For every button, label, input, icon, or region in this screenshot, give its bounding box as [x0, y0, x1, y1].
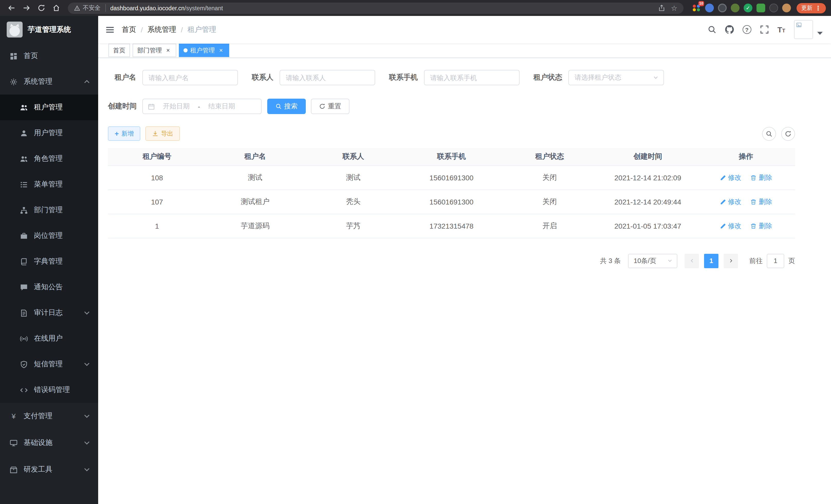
- table-toolbar: + 新增 导出: [108, 126, 795, 141]
- sidebar-collapse-icon[interactable]: [98, 25, 122, 34]
- header-search-icon[interactable]: [708, 25, 716, 34]
- fullscreen-icon[interactable]: [760, 25, 769, 34]
- chevron-right-icon: [728, 258, 734, 264]
- sidebar-item-label: 租户管理: [34, 103, 63, 112]
- security-label: 不安全: [83, 4, 101, 12]
- extension-blue-icon[interactable]: [705, 4, 714, 12]
- contact-input[interactable]: [280, 70, 375, 85]
- breadcrumb-home[interactable]: 首页: [122, 25, 136, 34]
- sidebar-item-role-management[interactable]: 角色管理: [0, 146, 98, 172]
- cell-phone: 17321315478: [402, 214, 500, 238]
- phone-label: 联系手机: [389, 73, 418, 82]
- sidebar-item-label: 支付管理: [24, 412, 52, 421]
- cell-status: 关闭: [500, 166, 599, 189]
- refresh-table-button[interactable]: [781, 127, 795, 141]
- help-icon[interactable]: ?: [742, 25, 751, 34]
- browser-menu-icon[interactable]: ⋮: [815, 4, 821, 11]
- share-icon[interactable]: [659, 5, 665, 11]
- extension-dots-icon[interactable]: 10: [692, 4, 701, 12]
- sidebar-item-post-management[interactable]: 岗位管理: [0, 223, 98, 249]
- bookmark-star-icon[interactable]: ☆: [671, 4, 677, 11]
- sidebar-item-error-code-management[interactable]: 错误码管理: [0, 377, 98, 403]
- back-icon[interactable]: [5, 2, 18, 14]
- sidebar-item-menu-management[interactable]: 菜单管理: [0, 172, 98, 197]
- prev-page-button[interactable]: [685, 254, 699, 268]
- page-number-1[interactable]: 1: [704, 254, 718, 268]
- phone-input[interactable]: [424, 70, 520, 85]
- edit-link[interactable]: 修改: [720, 173, 741, 182]
- security-indicator[interactable]: 不安全: [74, 4, 106, 12]
- extension-puzzle-icon[interactable]: [769, 4, 778, 12]
- github-icon[interactable]: [725, 25, 734, 34]
- font-size-icon[interactable]: TT: [777, 26, 785, 33]
- pagination-total: 共 3 条: [600, 256, 621, 265]
- extension-olive-icon[interactable]: [731, 4, 740, 12]
- sidebar-item-dept-management[interactable]: 部门管理: [0, 197, 98, 223]
- sidebar-item-dev-tools[interactable]: 研发工具: [0, 456, 98, 483]
- sidebar-item-home[interactable]: 首页: [0, 43, 98, 69]
- sidebar-item-audit-log[interactable]: 审计日志: [0, 300, 98, 326]
- sidebar-item-tenant-management[interactable]: 租户管理: [0, 94, 98, 120]
- add-button[interactable]: + 新增: [108, 126, 140, 141]
- tab-dept-management[interactable]: 部门管理 ×: [133, 44, 176, 57]
- reload-icon[interactable]: [35, 2, 47, 14]
- sidebar-item-infrastructure[interactable]: 基础设施: [0, 429, 98, 456]
- delete-link[interactable]: 删除: [751, 197, 772, 206]
- sidebar-item-sms-management[interactable]: 短信管理: [0, 351, 98, 377]
- breadcrumb: 首页 / 系统管理 / 租户管理: [122, 25, 217, 34]
- tab-home[interactable]: 首页: [109, 44, 130, 57]
- date-range-picker[interactable]: 开始日期 - 结束日期: [142, 99, 262, 114]
- sidebar-item-user-management[interactable]: 用户管理: [0, 120, 98, 146]
- cell-tenant-id: 108: [108, 166, 206, 189]
- sidebar-item-notice[interactable]: 通知公告: [0, 274, 98, 300]
- page-size-select[interactable]: 10条/页: [628, 254, 677, 268]
- extension-dark-icon[interactable]: [718, 4, 727, 12]
- yen-icon: ¥: [10, 412, 18, 420]
- extension-green-check-icon[interactable]: ✓: [744, 4, 752, 12]
- chevron-down-icon: [83, 439, 91, 447]
- app-title: 芋道管理系统: [28, 25, 71, 34]
- sidebar-item-online-users[interactable]: 在线用户: [0, 326, 98, 351]
- next-page-button[interactable]: [724, 254, 738, 268]
- date-end-placeholder: 结束日期: [203, 102, 240, 111]
- status-select[interactable]: 请选择租户状态: [568, 70, 664, 85]
- page-root: 不安全 dashboard.yudao.iocoder.cn/system/te…: [0, 0, 831, 504]
- search-icon: [766, 130, 772, 137]
- sidebar-item-label: 研发工具: [24, 465, 52, 474]
- cell-created: 2021-12-14 20:49:44: [599, 189, 697, 214]
- browser-home-icon[interactable]: [50, 2, 62, 14]
- extension-green-square-icon[interactable]: [756, 4, 765, 12]
- edit-link[interactable]: 修改: [720, 221, 741, 230]
- browser-update-button[interactable]: 更新 ⋮: [797, 3, 826, 13]
- delete-link[interactable]: 删除: [751, 173, 772, 182]
- tags-view-bar: 首页 部门管理 × 租户管理 ×: [98, 43, 831, 58]
- search-button[interactable]: 搜索: [267, 99, 306, 114]
- show-search-toggle-button[interactable]: [762, 127, 776, 141]
- edit-link[interactable]: 修改: [720, 197, 741, 206]
- system-management-submenu: 租户管理 用户管理 角色管理 菜单管理 部门管理: [0, 94, 98, 403]
- reset-button[interactable]: 重置: [311, 99, 349, 114]
- sidebar-item-payment-management[interactable]: ¥ 支付管理: [0, 403, 98, 429]
- sidebar-item-dict-management[interactable]: 字典管理: [0, 249, 98, 274]
- goto-page-input[interactable]: [767, 254, 784, 268]
- delete-link[interactable]: 删除: [751, 221, 772, 230]
- sidebar-item-system-management[interactable]: 系统管理: [0, 69, 98, 94]
- profile-avatar-icon[interactable]: [782, 4, 791, 12]
- breadcrumb-system[interactable]: 系统管理: [147, 25, 176, 34]
- close-icon[interactable]: ×: [218, 47, 225, 54]
- cell-status: 关闭: [500, 189, 599, 214]
- tenant-name-input[interactable]: [142, 70, 238, 85]
- forward-icon[interactable]: [20, 2, 32, 14]
- tab-tenant-management[interactable]: 租户管理 ×: [179, 44, 229, 57]
- filter-row-2: 创建时间 开始日期 - 结束日期 搜索 重置: [108, 99, 795, 114]
- column-header: 租户状态: [500, 148, 599, 166]
- plus-icon: +: [115, 130, 119, 137]
- export-button[interactable]: 导出: [145, 126, 180, 141]
- extension-badge: 10: [698, 1, 704, 6]
- monitor-icon: [10, 439, 18, 447]
- address-bar[interactable]: 不安全 dashboard.yudao.iocoder.cn/system/te…: [68, 2, 684, 13]
- user-avatar-menu[interactable]: [794, 20, 824, 39]
- code-icon: [20, 386, 28, 394]
- close-icon[interactable]: ×: [165, 47, 172, 54]
- column-header: 操作: [697, 148, 795, 166]
